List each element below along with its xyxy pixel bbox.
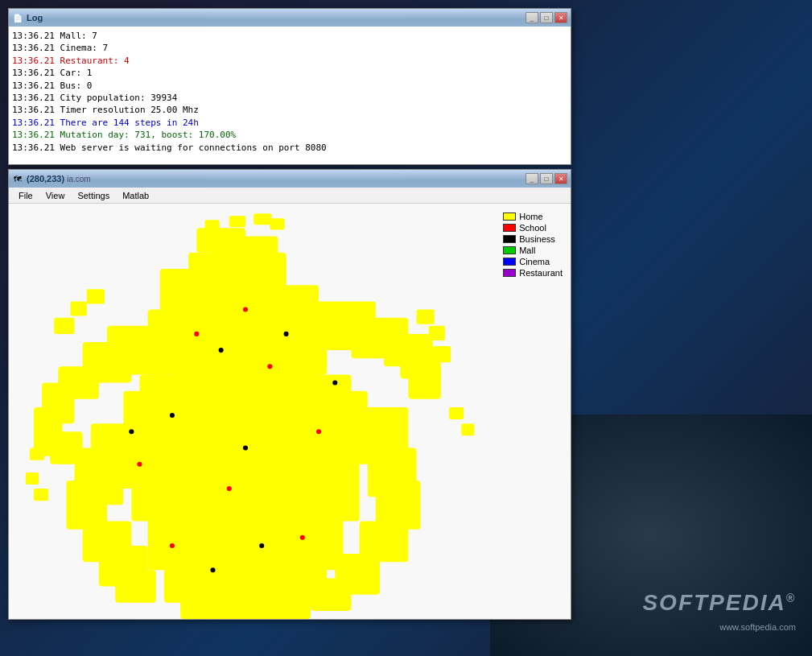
- log-line: 13:36.21 Mutation day: 731, boost: 170.0…: [12, 129, 567, 141]
- map-window-icon: 🗺: [12, 173, 23, 184]
- map-window-title: (280,233) ia.com: [27, 174, 526, 184]
- log-content: 13:36.21 Mall: 7 13:36.21 Cinema: 7 13:3…: [9, 27, 571, 164]
- map-legend: Home School Business Mall Cinema Restaur…: [503, 212, 563, 279]
- legend-school-label: School: [519, 223, 546, 233]
- svg-point-59: [219, 348, 224, 353]
- city-map-container: [9, 204, 482, 619]
- svg-rect-23: [196, 603, 294, 619]
- log-line: 13:36.21 City population: 39934: [12, 92, 567, 104]
- legend-cinema: Cinema: [503, 257, 563, 266]
- svg-rect-29: [115, 570, 156, 602]
- svg-rect-42: [30, 448, 44, 460]
- log-window-icon: 📄: [12, 12, 23, 23]
- svg-rect-44: [34, 489, 48, 501]
- log-line: 13:36.21 Car: 1: [12, 67, 567, 79]
- softpedia-brand: SOFTPEDIA®: [642, 590, 796, 616]
- map-window-titlebar[interactable]: 🗺 (280,233) ia.com _ □ ✕: [9, 170, 571, 188]
- svg-point-58: [300, 535, 305, 540]
- log-line: 13:36.21 Mall: 7: [12, 30, 567, 42]
- svg-rect-5: [196, 228, 245, 252]
- map-minimize-button[interactable]: _: [526, 173, 538, 184]
- svg-point-55: [137, 462, 142, 467]
- svg-rect-45: [449, 407, 464, 419]
- map-window: 🗺 (280,233) ia.com _ □ ✕ File View Setti…: [8, 169, 571, 620]
- log-line: 13:36.21 Restaurant: 4: [12, 55, 567, 67]
- svg-rect-37: [70, 301, 86, 316]
- svg-point-53: [227, 486, 232, 491]
- svg-point-52: [267, 364, 272, 369]
- svg-point-54: [316, 429, 321, 434]
- log-window-controls: _ □ ✕: [526, 12, 567, 23]
- legend-cinema-label: Cinema: [519, 257, 550, 266]
- legend-business-label: Business: [519, 234, 555, 244]
- log-window: 📄 Log _ □ ✕ 13:36.21 Mall: 7 13:36.21 Ci…: [8, 8, 571, 165]
- svg-point-60: [284, 332, 289, 336]
- svg-point-62: [170, 413, 175, 418]
- svg-point-56: [243, 307, 248, 311]
- legend-business: Business: [503, 234, 563, 244]
- svg-rect-16: [408, 366, 440, 398]
- log-window-titlebar[interactable]: 📄 Log _ □ ✕: [9, 9, 571, 27]
- legend-home-color: [503, 212, 516, 221]
- log-line: 13:36.21 Timer resolution 25.00 Mhz: [12, 104, 567, 116]
- svg-rect-40: [429, 326, 445, 340]
- legend-restaurant: Restaurant: [503, 268, 563, 278]
- menu-settings[interactable]: Settings: [71, 189, 116, 202]
- legend-school-color: [503, 224, 516, 232]
- legend-restaurant-label: Restaurant: [519, 268, 563, 278]
- svg-rect-48: [229, 216, 245, 227]
- svg-point-65: [259, 543, 264, 548]
- svg-point-66: [210, 567, 215, 572]
- svg-rect-47: [204, 220, 219, 232]
- svg-rect-39: [416, 310, 434, 324]
- log-line: 13:36.21 There are 144 steps in 24h: [12, 117, 567, 129]
- log-maximize-button[interactable]: □: [540, 12, 553, 23]
- map-window-controls: _ □ ✕: [526, 173, 567, 184]
- city-map-svg: [9, 204, 482, 619]
- map-close-button[interactable]: ✕: [554, 173, 567, 184]
- svg-rect-50: [270, 218, 284, 229]
- svg-rect-46: [461, 423, 474, 435]
- log-close-button[interactable]: ✕: [554, 12, 567, 23]
- legend-home-label: Home: [519, 212, 542, 221]
- svg-rect-36: [54, 318, 74, 334]
- svg-point-61: [243, 445, 248, 450]
- menu-view[interactable]: View: [39, 189, 72, 202]
- legend-school: School: [503, 223, 563, 233]
- legend-home: Home: [503, 212, 563, 221]
- menu-file[interactable]: File: [12, 189, 39, 202]
- legend-mall: Mall: [503, 245, 563, 255]
- log-line: 13:36.21 Web server is waiting for conne…: [12, 142, 567, 154]
- softpedia-url: www.softpedia.com: [719, 622, 796, 632]
- log-line: 13:36.21 Cinema: 7: [12, 42, 567, 54]
- map-content: Home School Business Mall Cinema Restaur…: [9, 204, 571, 619]
- svg-rect-49: [253, 213, 271, 225]
- menu-matlab[interactable]: Matlab: [116, 189, 155, 202]
- svg-rect-43: [26, 472, 39, 485]
- legend-cinema-color: [503, 258, 516, 266]
- legend-restaurant-color: [503, 269, 516, 277]
- map-maximize-button[interactable]: □: [540, 173, 553, 184]
- svg-point-51: [194, 332, 199, 336]
- svg-rect-41: [433, 346, 451, 362]
- legend-business-color: [503, 235, 516, 243]
- log-minimize-button[interactable]: _: [526, 12, 538, 23]
- svg-point-63: [332, 381, 337, 386]
- legend-mall-color: [503, 246, 516, 254]
- svg-rect-38: [87, 289, 105, 303]
- map-menubar: File View Settings Matlab: [9, 188, 571, 204]
- svg-point-57: [170, 543, 175, 548]
- legend-mall-label: Mall: [519, 245, 535, 255]
- log-line: 13:36.21 Bus: 0: [12, 80, 567, 92]
- svg-rect-1: [148, 310, 328, 375]
- svg-rect-35: [311, 578, 352, 610]
- svg-point-64: [129, 429, 134, 434]
- log-window-title: Log: [27, 13, 526, 23]
